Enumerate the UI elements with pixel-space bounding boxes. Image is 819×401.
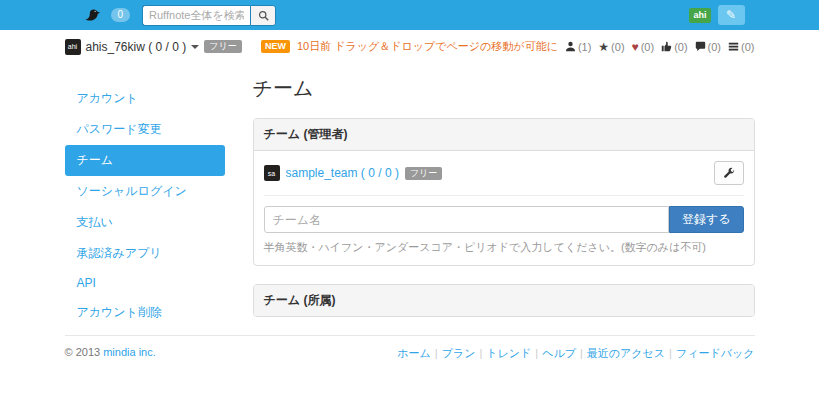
global-search <box>142 5 276 26</box>
team-plan-badge: フリー <box>405 167 442 180</box>
sidebar-item-account[interactable]: アカウント <box>65 83 225 114</box>
create-team-form: 登録する <box>264 206 744 233</box>
sidebar-item-password[interactable]: パスワード変更 <box>65 114 225 145</box>
settings-sidebar: アカウント パスワード変更 チーム ソーシャルログイン 支払い 承認済みアプリ … <box>65 69 225 335</box>
team-link[interactable]: sample_team ( 0 / 0 ) <box>286 166 399 180</box>
team-settings-button[interactable] <box>714 161 744 185</box>
chevron-down-icon[interactable] <box>191 45 199 49</box>
footer-link-help[interactable]: ヘルプ <box>542 347 576 359</box>
separator: | <box>580 347 583 359</box>
separator: | <box>479 347 482 359</box>
copyright: © 2013 mindia inc. <box>65 346 156 361</box>
search-icon <box>258 10 269 21</box>
register-button[interactable]: 登録する <box>669 206 744 233</box>
footer: © 2013 mindia inc. ホーム|プラン|トレンド|ヘルプ|最近のア… <box>0 335 819 373</box>
stat-count: (0) <box>708 41 721 53</box>
admin-teams-panel: チーム (管理者) sa sample_team ( 0 / 0 ) フリー <box>253 118 755 266</box>
footer-link-plan[interactable]: プラン <box>442 347 476 359</box>
page: 0 ahi ✎ <box>0 0 819 401</box>
pencil-icon: ✎ <box>726 9 736 21</box>
user-badge[interactable]: ahi <box>689 8 710 23</box>
company-link[interactable]: mindia inc. <box>103 346 156 358</box>
user-context-bar: ahi ahis_76kiw ( 0 / 0 ) フリー NEW 10日前 ドラ… <box>0 30 819 63</box>
thumbs-up-icon <box>661 41 672 52</box>
notification-badge[interactable]: 0 <box>111 8 131 22</box>
footer-link-recent-access[interactable]: 最近のアクセス <box>587 347 665 359</box>
team-row: sa sample_team ( 0 / 0 ) フリー <box>264 161 744 196</box>
copyright-text: © 2013 <box>65 346 101 358</box>
comment-icon <box>695 41 706 52</box>
stat-pages[interactable]: (0) <box>728 41 754 53</box>
member-teams-panel: チーム (所属) <box>253 284 755 317</box>
sidebar-item-social-login[interactable]: ソーシャルログイン <box>65 176 225 207</box>
footer-link-trend[interactable]: トレンド <box>486 347 531 359</box>
wrench-icon <box>723 167 735 179</box>
admin-panel-header: チーム (管理者) <box>254 119 754 151</box>
sidebar-item-delete-account[interactable]: アカウント削除 <box>65 297 225 328</box>
stat-comments[interactable]: (0) <box>695 41 721 53</box>
stat-count: (0) <box>641 41 654 53</box>
stat-count: (0) <box>611 41 624 53</box>
separator: | <box>535 347 538 359</box>
stat-members[interactable]: (1) <box>565 41 591 53</box>
team-name-input[interactable] <box>264 206 669 233</box>
heart-icon: ♥ <box>632 40 639 54</box>
member-panel-header: チーム (所属) <box>254 285 754 316</box>
separator: | <box>669 347 672 359</box>
stat-stars[interactable]: ★ (0) <box>598 40 624 54</box>
separator: | <box>435 347 438 359</box>
search-input[interactable] <box>142 5 250 26</box>
stat-count: (0) <box>674 41 687 53</box>
stat-likes[interactable]: ♥ (0) <box>632 40 655 54</box>
user-avatar[interactable]: ahi <box>65 39 81 55</box>
content: チーム チーム (管理者) sa sample_team ( 0 / 0 ) フ… <box>253 69 755 335</box>
footer-link-feedback[interactable]: フィードバック <box>676 347 755 359</box>
sidebar-item-team[interactable]: チーム <box>65 145 225 176</box>
stat-thumbs[interactable]: (0) <box>661 41 687 53</box>
brand-logo[interactable] <box>65 7 103 23</box>
sidebar-item-approved-apps[interactable]: 承認済みアプリ <box>65 238 225 269</box>
new-badge: NEW <box>261 40 290 53</box>
search-button[interactable] <box>250 5 276 26</box>
table-icon <box>728 41 739 52</box>
team-name-help: 半角英数・ハイフン・アンダースコア・ピリオドで入力してください。(数字のみは不可… <box>264 240 744 255</box>
main-area: アカウント パスワード変更 チーム ソーシャルログイン 支払い 承認済みアプリ … <box>65 63 755 335</box>
top-navbar: 0 ahi ✎ <box>0 0 819 30</box>
sidebar-item-api[interactable]: API <box>65 269 225 297</box>
team-avatar: sa <box>264 165 280 181</box>
stat-count: (0) <box>741 41 754 53</box>
sidebar-item-payment[interactable]: 支払い <box>65 207 225 238</box>
user-icon <box>565 41 576 52</box>
footer-link-home[interactable]: ホーム <box>397 347 431 359</box>
bird-logo-icon <box>83 7 103 23</box>
username-link[interactable]: ahis_76kiw ( 0 / 0 ) <box>86 40 187 54</box>
star-icon: ★ <box>598 40 609 54</box>
footer-links: ホーム|プラン|トレンド|ヘルプ|最近のアクセス|フィードバック <box>397 346 754 361</box>
news-link[interactable]: 10日前 ドラッグ＆ドロップでページの移動が可能に <box>297 39 558 54</box>
plan-badge: フリー <box>204 40 241 53</box>
new-page-button[interactable]: ✎ <box>718 5 745 25</box>
page-title: チーム <box>253 75 755 102</box>
stat-count: (1) <box>578 41 591 53</box>
